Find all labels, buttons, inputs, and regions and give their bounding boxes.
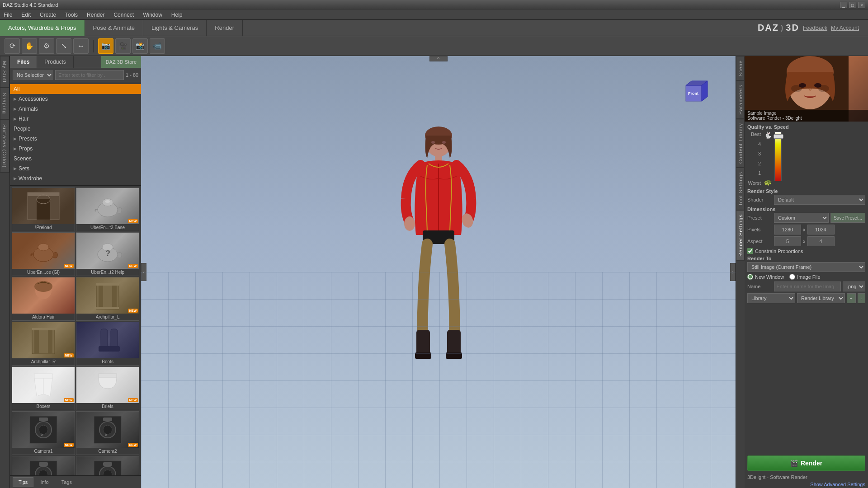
- tab-lights[interactable]: Lights & Cameras: [143, 20, 207, 36]
- svg-rect-61: [446, 352, 462, 359]
- pixels-width-input[interactable]: 1280: [774, 225, 801, 235]
- viewport-collapse-left[interactable]: ‹: [141, 263, 146, 281]
- shader-select[interactable]: Default: [774, 195, 865, 205]
- nav-item-accessories[interactable]: ▶ Accessories: [10, 94, 141, 104]
- grid-item-archpillar-l[interactable]: NEW Archpillar_L: [76, 277, 139, 321]
- nav-item-animals[interactable]: ▶ Animals: [10, 104, 141, 114]
- menu-connect[interactable]: Connect: [112, 11, 136, 19]
- new-window-radio[interactable]: [747, 274, 753, 280]
- tool-settings-vert-tab[interactable]: Tool Settings: [736, 168, 745, 210]
- nav-item-wardrobe[interactable]: ▶ Wardrobe: [10, 174, 141, 183]
- render-to-section-title: Render To: [747, 256, 865, 261]
- tab-actors[interactable]: Actors, Wardrobe & Props: [0, 20, 85, 36]
- camera-view-4-button[interactable]: 📹: [150, 38, 165, 54]
- scene-vert-tab[interactable]: Scene: [736, 56, 745, 80]
- grid-item-uberenv-help[interactable]: ? NEW UberEn...t2 Help: [76, 232, 139, 276]
- viewport[interactable]: Front: [141, 56, 736, 488]
- aspect-height-input[interactable]: [807, 236, 835, 246]
- grid-item-camera3[interactable]: NEW Camera3: [12, 456, 75, 475]
- grid-item-camera1[interactable]: ✕ NEW Camera1: [12, 411, 75, 455]
- grid-item-camera2[interactable]: ✕ NEW Camera2: [76, 411, 139, 455]
- minimize-button[interactable]: _: [840, 2, 847, 8]
- camera-view-1-button[interactable]: 📷: [98, 38, 113, 54]
- quality-slider-handle[interactable]: [774, 134, 783, 139]
- grid-item-preload[interactable]: !Preload: [12, 188, 75, 231]
- grid-item-label-archpillar-l: Archpillar_L: [76, 314, 139, 320]
- pixels-height-input[interactable]: 1024: [807, 225, 835, 235]
- preset-label: Preset: [747, 215, 772, 221]
- svg-rect-24: [99, 346, 110, 352]
- info-tab[interactable]: Info: [34, 477, 54, 487]
- content-library-vert-tab[interactable]: Content Library: [736, 119, 745, 168]
- file-format-select[interactable]: .png .jpg: [843, 282, 865, 291]
- grid-item-aldora-hair[interactable]: Aldora Hair: [12, 277, 75, 321]
- grid-item-briefs[interactable]: NEW Briefs: [76, 366, 139, 410]
- grid-item-boxers[interactable]: NEW Boxers: [12, 366, 75, 410]
- my-stuff-tab[interactable]: My Stuff: [0, 56, 9, 88]
- tags-tab[interactable]: Tags: [56, 477, 78, 487]
- menu-help[interactable]: Help: [170, 11, 184, 19]
- products-tab[interactable]: Products: [37, 56, 73, 68]
- move-scene-button[interactable]: ↔: [73, 38, 89, 54]
- camera-view-3-button[interactable]: 📸: [132, 38, 148, 54]
- parameters-vert-tab[interactable]: Parameters: [736, 80, 745, 119]
- menu-tools[interactable]: Tools: [63, 11, 80, 19]
- surfaces-color-tab[interactable]: Surfaces (Color): [0, 119, 9, 173]
- aspect-width-input[interactable]: [774, 236, 801, 246]
- grid-item-uberenv-base[interactable]: NEW UberEn...t2 Base: [76, 188, 139, 231]
- remove-library-button[interactable]: -: [858, 293, 865, 303]
- svg-text:✕: ✕: [40, 433, 43, 437]
- pan-scene-button[interactable]: ✋: [22, 38, 37, 54]
- viewport-collapse-right[interactable]: ›: [730, 263, 736, 281]
- add-library-button[interactable]: +: [847, 293, 856, 303]
- selection-dropdown[interactable]: No Selection: [13, 70, 53, 80]
- grid-item-uberenv-gl[interactable]: NEW UberEn...ce (Gl): [12, 232, 75, 276]
- tab-pose[interactable]: Pose & Animate: [85, 20, 144, 36]
- save-preset-button[interactable]: Save Preset...: [830, 213, 865, 223]
- nav-item-people[interactable]: People: [10, 124, 141, 134]
- preset-select[interactable]: Custom 1280x1024 868x488: [774, 213, 829, 223]
- show-advanced-link[interactable]: Show Advanced Settings: [745, 481, 868, 488]
- account-link[interactable]: My Account: [831, 25, 859, 31]
- constrain-proportions-checkbox[interactable]: [747, 248, 753, 254]
- filter-input[interactable]: [55, 70, 124, 80]
- nav-item-props[interactable]: ▶ Props: [10, 144, 141, 154]
- grid-item-camera4[interactable]: NEW Camera4: [76, 456, 139, 475]
- pose-figure-button[interactable]: ⚙: [39, 38, 54, 54]
- nav-item-presets[interactable]: ▶ Presets: [10, 134, 141, 144]
- files-products-tabs: Files Products DAZ 3D Store: [10, 56, 141, 68]
- menu-render[interactable]: Render: [85, 11, 106, 19]
- menu-create[interactable]: Create: [38, 11, 58, 19]
- grid-item-archpillar-r[interactable]: NEW Archpillar_R: [12, 322, 75, 366]
- viewport-collapse-top[interactable]: ^: [429, 56, 448, 61]
- menu-file[interactable]: File: [2, 11, 14, 19]
- render-library-select[interactable]: Render Library: [797, 293, 845, 303]
- files-tab[interactable]: Files: [10, 56, 37, 68]
- render-to-row: Still Image (Current Frame): [747, 262, 865, 272]
- render-button[interactable]: 🎬 Render: [747, 455, 865, 471]
- menu-window[interactable]: Window: [141, 11, 164, 19]
- nav-item-all[interactable]: All: [10, 84, 141, 94]
- render-style-section-title: Render Style: [747, 188, 865, 194]
- nav-item-sets[interactable]: ▶ Sets: [10, 164, 141, 174]
- render-name-input[interactable]: [774, 282, 841, 291]
- image-file-radio[interactable]: [789, 274, 795, 280]
- tab-render[interactable]: Render: [207, 20, 243, 36]
- feedback-link[interactable]: FeedBack: [803, 25, 827, 31]
- scale-scene-button[interactable]: ⤡: [56, 38, 71, 54]
- tips-tab[interactable]: Tips: [13, 477, 33, 487]
- app-title: DAZ Studio 4.0 Standard: [3, 2, 58, 8]
- close-button[interactable]: ×: [858, 2, 865, 8]
- nav-item-scenes[interactable]: Scenes: [10, 154, 141, 164]
- daz-store-button[interactable]: DAZ 3D Store: [101, 56, 141, 68]
- maximize-button[interactable]: □: [849, 2, 856, 8]
- menu-edit[interactable]: Edit: [19, 11, 33, 19]
- rotate-scene-button[interactable]: ⟳: [5, 38, 20, 54]
- grid-item-boots[interactable]: Boots: [76, 322, 139, 366]
- library-select[interactable]: Library: [747, 293, 795, 303]
- render-to-select[interactable]: Still Image (Current Frame): [747, 262, 865, 272]
- shaping-tab[interactable]: Shaping: [0, 88, 9, 119]
- render-settings-vert-tab[interactable]: Render Settings: [736, 210, 745, 261]
- camera-view-2-button[interactable]: 🎥: [115, 38, 131, 54]
- nav-item-hair[interactable]: ▶ Hair: [10, 114, 141, 124]
